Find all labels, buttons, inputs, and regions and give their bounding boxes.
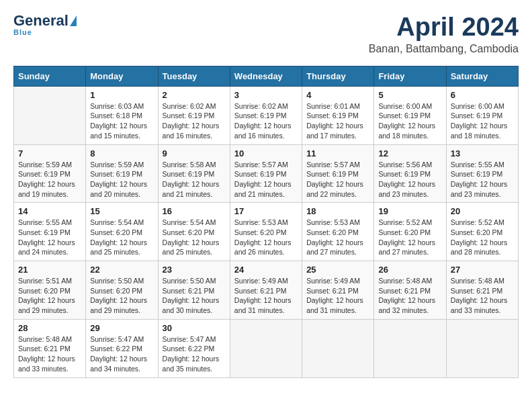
day-info: Sunrise: 5:57 AMSunset: 6:19 PMDaylight:… (234, 160, 298, 199)
day-number: 21 (18, 265, 81, 275)
day-info: Sunrise: 6:00 AMSunset: 6:19 PMDaylight:… (451, 101, 514, 141)
day-info: Sunrise: 5:48 AMSunset: 6:21 PMDaylight:… (18, 334, 81, 374)
calendar-cell: 11Sunrise: 5:57 AMSunset: 6:19 PMDayligh… (302, 144, 374, 203)
location-title: Banan, Battambang, Cambodia (369, 43, 519, 55)
day-info: Sunrise: 5:49 AMSunset: 6:21 PMDaylight:… (306, 276, 369, 316)
day-number: 14 (18, 206, 81, 216)
calendar-cell: 12Sunrise: 5:56 AMSunset: 6:19 PMDayligh… (374, 144, 446, 203)
calendar-cell: 16Sunrise: 5:54 AMSunset: 6:20 PMDayligh… (158, 203, 230, 261)
day-number: 9 (163, 148, 226, 158)
calendar-cell (374, 319, 446, 377)
day-number: 24 (234, 265, 298, 275)
month-title: April 2024 (369, 13, 519, 42)
day-info: Sunrise: 5:47 AMSunset: 6:22 PMDaylight:… (163, 334, 226, 374)
weekday-header-wednesday: Wednesday (230, 66, 302, 86)
day-info: Sunrise: 5:56 AMSunset: 6:19 PMDaylight:… (378, 160, 441, 199)
calendar-cell: 6Sunrise: 6:00 AMSunset: 6:19 PMDaylight… (446, 86, 518, 144)
calendar-cell: 22Sunrise: 5:50 AMSunset: 6:20 PMDayligh… (86, 261, 158, 320)
day-number: 18 (306, 206, 369, 216)
day-info: Sunrise: 5:52 AMSunset: 6:20 PMDaylight:… (451, 218, 514, 257)
day-number: 26 (378, 265, 441, 275)
calendar-cell: 17Sunrise: 5:53 AMSunset: 6:20 PMDayligh… (230, 203, 302, 261)
title-area: April 2024 Banan, Battambang, Cambodia (369, 13, 519, 55)
week-row-5: 28Sunrise: 5:48 AMSunset: 6:21 PMDayligh… (14, 319, 519, 377)
day-info: Sunrise: 5:54 AMSunset: 6:20 PMDaylight:… (163, 218, 226, 257)
day-number: 23 (163, 265, 226, 275)
calendar-cell: 20Sunrise: 5:52 AMSunset: 6:20 PMDayligh… (446, 203, 518, 261)
day-number: 13 (451, 148, 514, 158)
day-info: Sunrise: 5:49 AMSunset: 6:21 PMDaylight:… (234, 276, 298, 316)
day-info: Sunrise: 5:52 AMSunset: 6:20 PMDaylight:… (378, 218, 441, 257)
day-info: Sunrise: 5:51 AMSunset: 6:20 PMDaylight:… (18, 276, 81, 316)
calendar-cell: 1Sunrise: 6:03 AMSunset: 6:18 PMDaylight… (86, 86, 158, 144)
calendar-cell: 27Sunrise: 5:48 AMSunset: 6:21 PMDayligh… (446, 261, 518, 320)
day-number: 27 (451, 265, 514, 275)
day-number: 2 (163, 90, 226, 100)
day-info: Sunrise: 6:02 AMSunset: 6:19 PMDaylight:… (234, 101, 298, 141)
day-info: Sunrise: 5:55 AMSunset: 6:19 PMDaylight:… (18, 218, 81, 257)
day-number: 19 (378, 206, 441, 216)
day-info: Sunrise: 6:02 AMSunset: 6:19 PMDaylight:… (163, 101, 226, 141)
day-number: 29 (90, 323, 153, 333)
day-number: 22 (90, 265, 153, 275)
calendar-cell: 26Sunrise: 5:48 AMSunset: 6:21 PMDayligh… (374, 261, 446, 320)
day-info: Sunrise: 5:53 AMSunset: 6:20 PMDaylight:… (234, 218, 298, 257)
calendar-cell: 25Sunrise: 5:49 AMSunset: 6:21 PMDayligh… (302, 261, 374, 320)
calendar-cell: 19Sunrise: 5:52 AMSunset: 6:20 PMDayligh… (374, 203, 446, 261)
calendar-cell: 9Sunrise: 5:58 AMSunset: 6:19 PMDaylight… (158, 144, 230, 203)
calendar-cell: 3Sunrise: 6:02 AMSunset: 6:19 PMDaylight… (230, 86, 302, 144)
calendar-cell (302, 319, 374, 377)
calendar-cell: 5Sunrise: 6:00 AMSunset: 6:19 PMDaylight… (374, 86, 446, 144)
day-info: Sunrise: 5:59 AMSunset: 6:19 PMDaylight:… (90, 160, 153, 199)
calendar-cell (14, 86, 86, 144)
week-row-3: 14Sunrise: 5:55 AMSunset: 6:19 PMDayligh… (14, 203, 519, 261)
week-row-1: 1Sunrise: 6:03 AMSunset: 6:18 PMDaylight… (14, 86, 519, 144)
day-info: Sunrise: 5:48 AMSunset: 6:21 PMDaylight:… (451, 276, 514, 316)
weekday-header-friday: Friday (374, 66, 446, 86)
day-info: Sunrise: 5:57 AMSunset: 6:19 PMDaylight:… (306, 160, 369, 199)
calendar-cell: 7Sunrise: 5:59 AMSunset: 6:19 PMDaylight… (14, 144, 86, 203)
day-info: Sunrise: 6:03 AMSunset: 6:18 PMDaylight:… (90, 101, 153, 141)
day-number: 15 (90, 206, 153, 216)
day-number: 5 (378, 90, 441, 100)
calendar-cell: 23Sunrise: 5:50 AMSunset: 6:21 PMDayligh… (158, 261, 230, 320)
calendar-cell: 24Sunrise: 5:49 AMSunset: 6:21 PMDayligh… (230, 261, 302, 320)
day-info: Sunrise: 5:48 AMSunset: 6:21 PMDaylight:… (378, 276, 441, 316)
day-number: 28 (18, 323, 81, 333)
calendar-table: SundayMondayTuesdayWednesdayThursdayFrid… (13, 66, 519, 378)
calendar-cell: 2Sunrise: 6:02 AMSunset: 6:19 PMDaylight… (158, 86, 230, 144)
week-row-2: 7Sunrise: 5:59 AMSunset: 6:19 PMDaylight… (14, 144, 519, 203)
day-info: Sunrise: 5:54 AMSunset: 6:20 PMDaylight:… (90, 218, 153, 257)
logo-blue: Blue (13, 28, 32, 36)
calendar-cell: 21Sunrise: 5:51 AMSunset: 6:20 PMDayligh… (14, 261, 86, 320)
day-number: 8 (90, 148, 153, 158)
calendar-cell: 14Sunrise: 5:55 AMSunset: 6:19 PMDayligh… (14, 203, 86, 261)
day-info: Sunrise: 5:50 AMSunset: 6:20 PMDaylight:… (90, 276, 153, 316)
day-number: 6 (451, 90, 514, 100)
day-number: 25 (306, 265, 369, 275)
day-number: 30 (163, 323, 226, 333)
weekday-header-sunday: Sunday (14, 66, 86, 86)
day-number: 17 (234, 206, 298, 216)
day-number: 1 (90, 90, 153, 100)
day-number: 16 (163, 206, 226, 216)
weekday-header-thursday: Thursday (302, 66, 374, 86)
day-number: 7 (18, 148, 81, 158)
logo-general: General (13, 13, 69, 28)
week-row-4: 21Sunrise: 5:51 AMSunset: 6:20 PMDayligh… (14, 261, 519, 320)
header-area: General Blue April 2024 Banan, Battamban… (13, 13, 519, 55)
calendar-cell: 29Sunrise: 5:47 AMSunset: 6:22 PMDayligh… (86, 319, 158, 377)
day-number: 20 (451, 206, 514, 216)
day-info: Sunrise: 5:47 AMSunset: 6:22 PMDaylight:… (90, 334, 153, 374)
calendar-cell: 13Sunrise: 5:55 AMSunset: 6:19 PMDayligh… (446, 144, 518, 203)
day-info: Sunrise: 5:53 AMSunset: 6:20 PMDaylight:… (306, 218, 369, 257)
calendar-cell: 4Sunrise: 6:01 AMSunset: 6:19 PMDaylight… (302, 86, 374, 144)
calendar-cell: 15Sunrise: 5:54 AMSunset: 6:20 PMDayligh… (86, 203, 158, 261)
day-info: Sunrise: 6:00 AMSunset: 6:19 PMDaylight:… (378, 101, 441, 141)
calendar-cell: 28Sunrise: 5:48 AMSunset: 6:21 PMDayligh… (14, 319, 86, 377)
weekday-header-monday: Monday (86, 66, 158, 86)
day-info: Sunrise: 5:59 AMSunset: 6:19 PMDaylight:… (18, 160, 81, 199)
calendar-cell: 10Sunrise: 5:57 AMSunset: 6:19 PMDayligh… (230, 144, 302, 203)
day-number: 4 (306, 90, 369, 100)
calendar-cell: 18Sunrise: 5:53 AMSunset: 6:20 PMDayligh… (302, 203, 374, 261)
